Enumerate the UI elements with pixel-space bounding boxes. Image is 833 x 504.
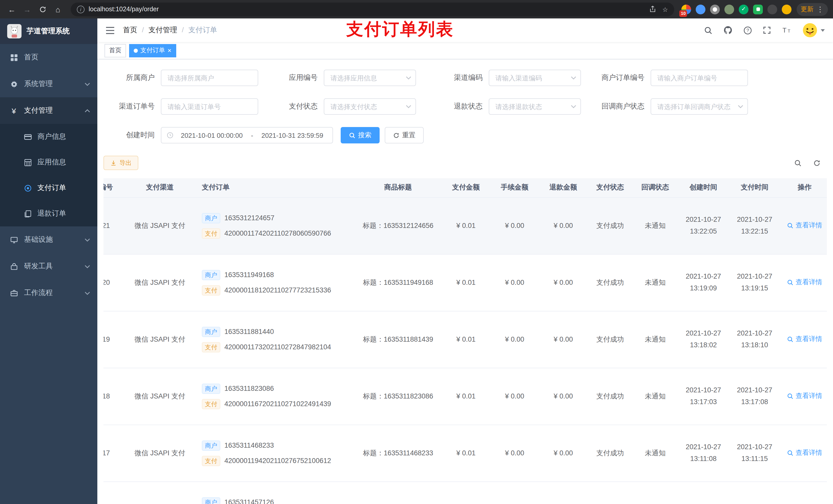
emoji-extension-icon[interactable] [782,4,791,14]
github-icon[interactable] [723,26,733,35]
product-title: 标题：1635311949168 [355,254,442,311]
toggle-search-icon[interactable] [794,159,802,167]
fullscreen-icon[interactable] [763,26,771,34]
browser-update-button[interactable]: 更新 ⋮ [796,3,828,16]
extension-icon[interactable] [710,4,720,14]
view-detail-link[interactable]: 查看详情 [787,335,822,344]
channel-code-select[interactable] [489,70,581,86]
refresh-table-icon[interactable] [813,159,821,167]
browser-reload-icon[interactable] [36,3,49,16]
refund-amount: ¥ 0.00 [539,311,588,368]
tab-home[interactable]: 首页 [104,44,126,57]
sidebar-item-devtools[interactable]: 研发工具 [0,253,97,280]
sidebar-item-refund-order[interactable]: 退款订单 [0,201,97,226]
merchant-order-no: 1635311468233 [224,441,274,449]
sidebar-item-home[interactable]: 首页 [0,44,97,71]
sidebar-item-app-info[interactable]: 应用信息 [0,149,97,175]
close-icon[interactable]: × [168,47,171,54]
merchant-tag: 商户 [202,213,220,223]
sidebar-item-label: 应用信息 [38,158,66,167]
extension-icon[interactable] [696,4,706,14]
actions-cell [780,481,827,504]
font-size-icon[interactable]: TT [782,26,791,34]
pay-status: 支付成功 [588,311,633,368]
grid-table-icon [24,159,32,166]
table-row: 18 微信 JSAPI 支付 商户1635311823086 支付4200001… [103,368,827,425]
reload-icon [39,5,46,13]
view-detail-link[interactable]: 查看详情 [787,391,822,401]
share-icon[interactable] [649,6,656,13]
filter-callback-status: 回调商户状态 [593,98,748,115]
view-detail-link[interactable]: 查看详情 [787,449,822,458]
pay-time: 2021-10-2713:19:15 [729,254,780,311]
user-avatar[interactable] [802,23,825,38]
sidebar: 芋道管理系统 首页 系统管理 ¥ 支付管理 [0,19,97,504]
breadcrumb-home[interactable]: 首页 [123,26,137,35]
address-bar[interactable]: i localhost:1024/pay/order ☆ [71,2,674,16]
chevron-down-icon [406,76,411,80]
pay-order-cell: 商户1635311468233 支付4200001194202110276752… [196,425,355,481]
reset-button[interactable]: 重置 [385,127,424,143]
filter-channel-order-no: 渠道订单号 [103,98,258,115]
callback-status [633,481,678,504]
browser-back-icon[interactable]: ← [5,3,19,16]
tab-pay-order[interactable]: 支付订单 × [129,44,176,57]
url-text[interactable]: localhost:1024/pay/order [89,6,649,13]
chevron-up-icon [85,109,90,113]
browser-home-icon[interactable]: ⌂ [51,3,65,16]
fee-amount: ¥ 0.00 [490,197,539,254]
sidebar-item-label: 研发工具 [24,262,53,271]
pay-tag: 支付 [202,399,220,409]
sidebar-item-system[interactable]: 系统管理 [0,71,97,97]
sidebar-item-merchant-info[interactable]: 商户信息 [0,124,97,149]
date-range-picker[interactable]: 2021-10-01 00:00:00 - 2021-10-31 23:59:5… [161,127,333,143]
search-icon[interactable] [704,26,713,34]
create-time: 2021-10-2713:22:05 [678,197,729,254]
extension-icon[interactable] [724,4,734,14]
extension-icon[interactable] [739,4,748,14]
help-icon[interactable]: ? [743,26,752,34]
search-button[interactable]: 搜索 [341,127,380,143]
merchant-order-no: 1635311949168 [224,271,274,279]
page-content: 所属商户 应用编号 渠道编码 [97,59,833,504]
search-label: 搜索 [358,130,372,140]
svg-text:?: ? [746,27,749,33]
channel-order-no-input[interactable] [161,98,258,115]
chevron-down-icon [571,76,576,80]
actions-cell: 查看详情 [780,368,827,425]
sidebar-item-payment[interactable]: ¥ 支付管理 [0,97,97,124]
extension-icon[interactable] [767,4,777,14]
avatar-emoji [802,23,818,38]
logo[interactable]: 芋道管理系统 [0,19,97,44]
merchant-order-no-input[interactable] [651,70,748,86]
view-detail-link[interactable]: 查看详情 [787,278,822,287]
sidebar-item-workflow[interactable]: 工作流程 [0,280,97,306]
chevron-down-icon [821,29,825,31]
col-title: 商品标题 [355,178,442,197]
app-select[interactable] [324,70,416,86]
extension-icon[interactable] [753,4,763,14]
channel-pay-no: 4200001174202110278060590766 [224,230,331,237]
sidebar-item-infrastructure[interactable]: 基础设施 [0,226,97,253]
callback-status-select[interactable] [651,98,748,115]
merchant-select[interactable] [161,70,258,86]
pay-amount [442,481,490,504]
browser-forward-icon[interactable]: → [21,3,34,16]
sidebar-item-pay-order[interactable]: 支付订单 [0,175,97,201]
sidebar-toggle-icon[interactable] [105,26,115,34]
order-id: 21 [103,197,124,254]
col-amount: 支付金额 [442,178,490,197]
site-info-icon[interactable]: i [77,5,85,13]
refund-status-select[interactable] [489,98,581,115]
fee-amount: ¥ 0.00 [490,425,539,481]
pay-status-select[interactable] [324,98,416,115]
date-separator: - [250,131,254,139]
view-detail-link[interactable]: 查看详情 [787,221,822,230]
breadcrumb-payment[interactable]: 支付管理 [137,26,177,35]
extension-icon[interactable]: 10 [681,4,691,14]
export-button[interactable]: 导出 [103,156,138,170]
col-create-time: 创建时间 [678,178,729,197]
create-time: 2021-10-2713:19:09 [678,254,729,311]
browser-menu-icon[interactable]: ⋮ [817,5,824,13]
bookmark-star-icon[interactable]: ☆ [662,5,668,13]
